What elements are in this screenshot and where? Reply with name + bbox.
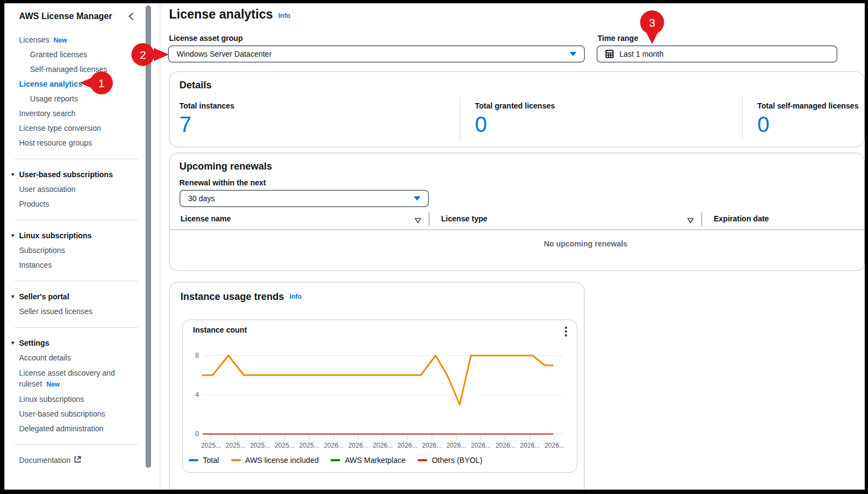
sidebar-item-label: Linux subscriptions xyxy=(19,395,84,403)
svg-text:2: 2 xyxy=(140,49,146,61)
legend-item-total[interactable]: Total xyxy=(189,456,219,465)
x-axis-tick-label: 2026... xyxy=(348,442,369,449)
renewals-title: Upcoming renewals xyxy=(179,161,272,172)
sidebar-item-label: Usage reports xyxy=(30,94,78,103)
legend-label: Others (BYOL) xyxy=(432,456,483,465)
sidebar-item-label: Licenses xyxy=(19,35,49,44)
callout-marker-1: 1 xyxy=(79,70,114,95)
sidebar-item-label: Granted licenses xyxy=(30,50,87,59)
section-caret-icon: ▼ xyxy=(10,336,15,351)
metric-value: 0 xyxy=(757,112,859,136)
sidebar-item-label: License asset discovery and ruleset xyxy=(19,369,115,388)
sidebar-item-instances[interactable]: Instances xyxy=(4,258,144,273)
sidebar-title: AWS License Manager xyxy=(19,11,112,21)
x-axis-tick-label: 2026... xyxy=(520,442,540,449)
new-badge: New xyxy=(46,381,60,388)
sidebar-scrollbar-thumb[interactable] xyxy=(146,5,151,468)
chart-title: Instance count xyxy=(193,326,247,334)
section-label: Linux subscriptions xyxy=(19,231,92,240)
legend-item-others-byol[interactable]: Others (BYOL) xyxy=(418,456,483,465)
renewal-window-select[interactable]: 30 days xyxy=(179,190,429,207)
sidebar-section-settings[interactable]: ▼Settings xyxy=(4,336,144,351)
main-content: License analytics Info License asset gro… xyxy=(161,3,865,490)
sidebar: AWS License Manager LicensesNewGranted l… xyxy=(4,3,144,490)
column-header-license-name[interactable]: License name xyxy=(180,214,231,223)
sidebar-section-seller-s-portal[interactable]: ▼Seller's portal xyxy=(4,290,144,304)
legend-item-aws-marketplace[interactable]: AWS Marketplace xyxy=(330,456,406,465)
sidebar-item-host-resource-groups[interactable]: Host resource groups xyxy=(4,136,144,150)
x-axis-tick-label: 2026... xyxy=(496,442,516,449)
sidebar-item-inventory-search[interactable]: Inventory search xyxy=(4,106,144,121)
renewal-filter-label: Renewal within the next xyxy=(179,178,266,187)
column-header-license-type[interactable]: License type xyxy=(441,214,487,223)
section-caret-icon: ▼ xyxy=(10,290,15,304)
y-axis-tick-label: 0 xyxy=(195,430,199,438)
metric-divider xyxy=(460,97,460,141)
sidebar-item-label: Instances xyxy=(19,261,52,269)
sidebar-scrollbar-track[interactable] xyxy=(145,3,153,490)
x-axis-tick-label: 2026... xyxy=(422,442,442,449)
sidebar-item-delegated-administration[interactable]: Delegated administration xyxy=(4,421,144,436)
sidebar-item-usage-reports[interactable]: Usage reports xyxy=(4,92,144,106)
sidebar-item-products[interactable]: Products xyxy=(4,197,144,212)
sidebar-item-documentation[interactable]: Documentation xyxy=(4,453,144,468)
renewal-window-value: 30 days xyxy=(188,194,215,203)
metric-total-granted-licenses: Total granted licenses 0 xyxy=(475,101,555,136)
metric-value: 7 xyxy=(179,112,234,136)
x-axis-tick-label: 2026... xyxy=(324,442,344,449)
section-label: Seller's portal xyxy=(19,292,69,301)
column-header-expiration-date[interactable]: Expiration date xyxy=(714,214,769,223)
metric-divider xyxy=(742,97,743,141)
sidebar-item-account-details[interactable]: Account details xyxy=(4,351,144,365)
sidebar-item-label: License analytics xyxy=(19,80,82,88)
page-info-link[interactable]: Info xyxy=(279,12,291,20)
section-caret-icon: ▼ xyxy=(10,228,15,243)
sidebar-item-license-type-conversion[interactable]: License type conversion xyxy=(4,121,144,136)
legend-dash-icon xyxy=(189,459,198,461)
sidebar-item-subscriptions[interactable]: Subscriptions xyxy=(4,243,144,258)
collapse-sidebar-icon[interactable] xyxy=(128,13,134,20)
chart-menu-kebab-icon[interactable] xyxy=(564,326,568,338)
x-axis-tick-label: 2025... xyxy=(250,442,270,449)
sidebar-item-licenses[interactable]: LicensesNew xyxy=(4,33,144,47)
page-title: License analytics xyxy=(169,7,273,22)
x-axis-tick-label: 2026... xyxy=(447,442,467,449)
sidebar-item-seller-issued-licenses[interactable]: Seller issued licenses xyxy=(4,304,144,319)
filter-icon[interactable] xyxy=(687,216,694,226)
sidebar-item-linux-subscriptions[interactable]: Linux subscriptions xyxy=(4,392,144,407)
sidebar-item-user-based-subscriptions[interactable]: User-based subscriptions xyxy=(4,407,144,421)
section-label: Settings xyxy=(19,339,49,347)
instance-count-chart-card: Instance count 0482025...2025...2025...2… xyxy=(182,320,577,473)
sidebar-item-user-association[interactable]: User association xyxy=(4,182,144,197)
asset-group-value: Windows Server Datacenter xyxy=(177,50,272,58)
sidebar-item-label: Products xyxy=(19,200,49,208)
trends-info-link[interactable]: Info xyxy=(290,293,302,300)
sidebar-item-self-managed-licenses[interactable]: Self-managed licenses xyxy=(4,62,144,77)
column-divider xyxy=(429,212,430,226)
legend-dash-icon xyxy=(330,459,340,461)
metric-total-self-managed-licenses: Total self-managed licenses 0 xyxy=(757,101,859,136)
sidebar-divider xyxy=(15,444,138,445)
x-axis-tick-label: 2026... xyxy=(471,442,491,449)
sidebar-item-label: Delegated administration xyxy=(19,424,104,433)
metric-label: Total granted licenses xyxy=(475,101,555,110)
filter-icon[interactable] xyxy=(414,216,421,226)
metric-total-instances: Total instances 7 xyxy=(179,101,234,136)
trends-title: Instance usage trends xyxy=(180,291,284,303)
sidebar-item-license-asset-discovery-and-ruleset[interactable]: License asset discovery and rulesetNew xyxy=(4,365,144,392)
sidebar-item-license-analytics[interactable]: License analytics xyxy=(4,77,144,92)
legend-dash-icon xyxy=(418,459,427,461)
asset-group-select[interactable]: Windows Server Datacenter xyxy=(168,45,585,63)
x-axis-tick-label: 2026... xyxy=(545,442,565,449)
sidebar-section-linux-subscriptions[interactable]: ▼Linux subscriptions xyxy=(4,228,144,243)
time-range-input[interactable]: Last 1 month xyxy=(596,45,837,63)
sidebar-item-label: Subscriptions xyxy=(19,246,65,255)
svg-text:1: 1 xyxy=(98,77,105,89)
sidebar-item-granted-licenses[interactable]: Granted licenses xyxy=(4,47,144,62)
sidebar-section-user-based-subscriptions[interactable]: ▼User-based subscriptions xyxy=(4,167,144,182)
sidebar-item-label: Account details xyxy=(19,353,71,362)
legend-item-aws-license-included[interactable]: AWS license included xyxy=(231,456,319,465)
x-axis-tick-label: 2025... xyxy=(275,442,295,449)
legend-label: AWS license included xyxy=(245,456,319,465)
section-label: User-based subscriptions xyxy=(19,170,113,179)
